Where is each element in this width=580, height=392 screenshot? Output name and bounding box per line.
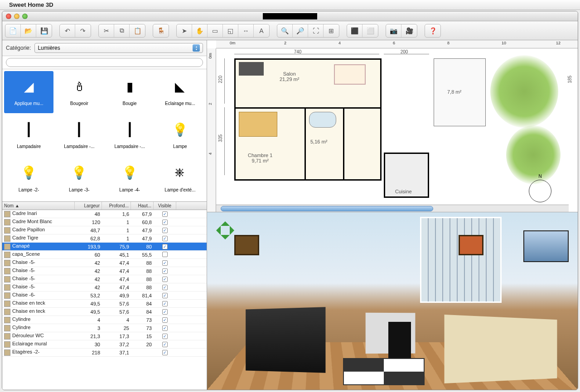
col-width[interactable]: Largeur — [75, 202, 102, 210]
visible-checkbox[interactable] — [162, 252, 168, 257]
search-input[interactable] — [6, 58, 203, 67]
nav-up-button[interactable] — [221, 217, 230, 226]
table-row[interactable]: Cadre Papillon48,7147,9✓ — [2, 226, 207, 234]
col-depth[interactable]: Profond... — [102, 202, 131, 210]
scrollbar-horizontal[interactable] — [216, 205, 569, 212]
visible-checkbox[interactable]: ✓ — [162, 211, 168, 217]
save-button[interactable]: 💾 — [36, 24, 52, 37]
visible-checkbox[interactable]: ✓ — [162, 220, 168, 225]
table-row[interactable]: Chaise -5-4247,488✓ — [2, 283, 207, 292]
catalog-item[interactable]: ▮Bougie — [105, 71, 155, 113]
photo-button[interactable]: 📷 — [386, 24, 401, 37]
table-row[interactable]: Etagères -2-21837,1✓ — [2, 349, 207, 357]
tree-icon[interactable] — [506, 125, 561, 184]
room-tool[interactable]: ◱ — [223, 24, 238, 37]
app-name[interactable]: Sweet Home 3D — [9, 1, 53, 8]
table-row[interactable]: Chaise -6-53,249,981,4✓ — [2, 292, 207, 300]
3d-view2-button[interactable]: ⬜ — [362, 24, 378, 37]
dimension-tool[interactable]: ↔ — [238, 24, 254, 37]
select-tool[interactable]: ➤ — [177, 24, 192, 37]
col-name[interactable]: Nom ▲ — [2, 202, 75, 210]
visible-checkbox[interactable]: ✓ — [162, 244, 168, 249]
visible-checkbox[interactable]: ✓ — [162, 285, 168, 290]
furniture-table[interactable]: Nom ▲ Largeur Profond... Haut... Visible… — [2, 202, 207, 390]
visible-checkbox[interactable]: ✓ — [162, 317, 168, 323]
catalog-item[interactable]: 💡Lampe -3- — [54, 158, 104, 200]
table-row[interactable]: Cylindre32573✓ — [2, 324, 207, 332]
col-visible[interactable]: Visible — [154, 202, 176, 210]
video-button[interactable]: 🎥 — [401, 24, 417, 37]
table-row[interactable]: Chaise en teck49,557,684✓ — [2, 308, 207, 316]
zoom-out-button[interactable]: 🔍 — [277, 24, 293, 37]
visible-checkbox[interactable]: ✓ — [162, 268, 168, 274]
plan-view[interactable]: 0m24681012 0m24 740 200 220 335 — [207, 40, 578, 212]
catalog-items-grid[interactable]: ◢Applique mu...🕯Bougeoir▮Bougie◣Eclairag… — [2, 69, 207, 201]
tree-icon[interactable] — [490, 55, 558, 128]
catalog-item[interactable]: ◢Applique mu... — [4, 71, 53, 113]
table-row[interactable]: Chaise -5-4247,488✓ — [2, 259, 207, 267]
furniture-bed[interactable] — [239, 112, 277, 137]
help-button[interactable]: ❓ — [425, 24, 440, 37]
visible-checkbox[interactable]: ✓ — [162, 309, 168, 315]
minimize-window-button[interactable] — [14, 14, 19, 19]
visible-checkbox[interactable]: ✓ — [162, 236, 168, 241]
paste-button[interactable]: 📋 — [130, 24, 145, 37]
nav-right-button[interactable] — [230, 226, 239, 235]
window-titlebar[interactable] — [2, 11, 578, 21]
plan-canvas[interactable]: 740 200 220 335 Salon 21,29 m² — [216, 48, 578, 203]
visible-checkbox[interactable]: ✓ — [162, 277, 168, 282]
chair-3d[interactable] — [388, 322, 411, 358]
catalog-item[interactable]: 🕯Bougeoir — [54, 71, 104, 113]
catalog-item[interactable]: 💡Lampe -2- — [4, 158, 53, 200]
3d-view[interactable] — [207, 212, 578, 390]
catalog-item[interactable]: ⛯Lampe d'exté... — [155, 158, 205, 200]
table-row[interactable]: Eclairage mural3037,220✓ — [2, 340, 207, 349]
3d-view1-button[interactable]: ⬛ — [347, 24, 362, 37]
catalog-item[interactable]: 💡Lampe -4- — [105, 158, 155, 200]
visible-checkbox[interactable]: ✓ — [162, 260, 168, 266]
cut-button[interactable]: ✂ — [99, 24, 114, 37]
table-row[interactable]: Cadre Mont Blanc120160,8✓ — [2, 218, 207, 226]
copy-button[interactable]: ⧉ — [114, 24, 130, 37]
nav-down-button[interactable] — [221, 235, 230, 244]
table-row[interactable]: Chaise -5-4247,488✓ — [2, 275, 207, 283]
furniture-bathtub[interactable] — [309, 112, 336, 128]
redo-button[interactable]: ↷ — [75, 24, 91, 37]
sofa-3d[interactable] — [445, 315, 557, 383]
text-tool[interactable]: A — [254, 24, 269, 37]
category-select[interactable]: Lumières ▴▾ — [34, 43, 203, 53]
visible-checkbox[interactable]: ✓ — [162, 293, 168, 298]
catalog-item[interactable]: ┃Lampadaire -... — [54, 114, 104, 156]
table-row[interactable]: Dérouleur WC21,317,315✓ — [2, 332, 207, 340]
visible-checkbox[interactable]: ✓ — [162, 301, 168, 306]
catalog-item[interactable]: ┃Lampadaire -... — [105, 114, 155, 156]
add-furniture-button[interactable]: 🪑 — [153, 24, 169, 37]
table-row[interactable]: capa_Scene6045,155,5 — [2, 251, 207, 259]
catalog-item[interactable]: ┃Lampadaire — [4, 114, 53, 156]
wall-tool[interactable]: ▭ — [208, 24, 223, 37]
furniture-table3d[interactable] — [239, 62, 264, 76]
zoom-fit-button[interactable]: ⛶ — [308, 24, 324, 37]
col-height[interactable]: Haut... — [131, 202, 154, 210]
undo-button[interactable]: ↶ — [60, 24, 75, 37]
zoom-window-button[interactable] — [22, 14, 28, 19]
visible-checkbox[interactable]: ✓ — [162, 228, 168, 233]
close-window-button[interactable] — [6, 14, 11, 19]
pan-tool[interactable]: ✋ — [192, 24, 208, 37]
visible-checkbox[interactable]: ✓ — [162, 325, 168, 331]
table-row[interactable]: Cadre Tigre62,8147,9✓ — [2, 234, 207, 243]
new-button[interactable]: 📄 — [5, 24, 21, 37]
catalog-item[interactable]: 💡Lampe — [155, 114, 205, 156]
visible-checkbox[interactable]: ✓ — [162, 334, 168, 339]
table-row[interactable]: Chaise en teck49,557,684✓ — [2, 300, 207, 308]
grid-button[interactable]: ⊞ — [324, 24, 339, 37]
visible-checkbox[interactable]: ✓ — [162, 342, 168, 347]
nav-left-button[interactable] — [212, 226, 221, 235]
catalog-item[interactable]: ◣Eclairage mu... — [155, 71, 205, 113]
furniture-rug[interactable] — [334, 64, 366, 85]
table-row[interactable]: Cylindre4473✓ — [2, 316, 207, 324]
table-row[interactable]: Cadre Inari481,667,9✓ — [2, 210, 207, 218]
zoom-in-button[interactable]: 🔎 — [293, 24, 308, 37]
table-row[interactable]: Canapé193,975,980✓ — [2, 243, 207, 251]
tv-3d[interactable] — [246, 307, 325, 373]
